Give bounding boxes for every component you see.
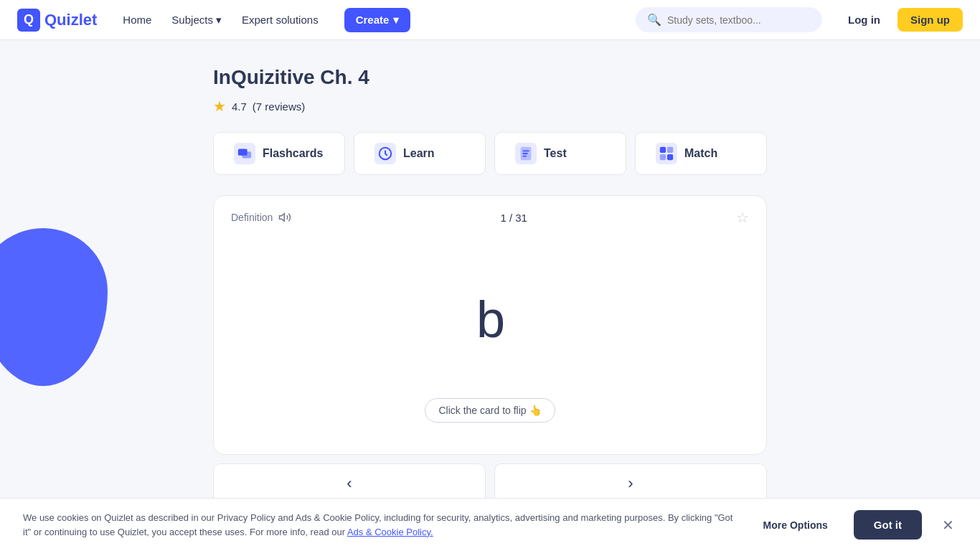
flip-hint: Click the card to flip 👆 — [425, 398, 555, 423]
learn-label: Learn — [403, 147, 435, 160]
chevron-down-icon: ▾ — [216, 14, 222, 27]
sound-button[interactable] — [278, 211, 291, 224]
rating-value: 4.7 — [232, 100, 247, 113]
logo[interactable]: Q Quizlet — [17, 9, 97, 32]
definition-label: Definition — [231, 212, 273, 223]
create-button[interactable]: Create ▾ — [344, 8, 411, 32]
svg-rect-4 — [522, 150, 529, 151]
svg-rect-9 — [660, 154, 666, 160]
star-icon: ★ — [213, 98, 226, 115]
test-icon — [515, 143, 537, 164]
mode-test[interactable]: Test — [494, 132, 626, 175]
page-title: InQuizitive Ch. 4 — [213, 66, 767, 89]
signup-button[interactable]: Sign up — [897, 8, 963, 32]
main-content: InQuizitive Ch. 4 ★ 4.7 (7 reviews) Flas… — [196, 40, 784, 551]
nav-subjects[interactable]: Subjects ▾ — [163, 8, 230, 32]
card-count: 1 / 31 — [500, 212, 527, 224]
match-label: Match — [684, 147, 717, 160]
flashcards-label: Flashcards — [263, 147, 323, 160]
test-label: Test — [544, 147, 567, 160]
flashcard[interactable]: Definition 1 / 31 ☆ b Click the card to … — [213, 195, 767, 455]
chevron-down-icon: ▾ — [393, 14, 399, 27]
flashcard-content: b — [476, 290, 504, 349]
svg-rect-5 — [522, 153, 527, 154]
decorative-shape — [0, 228, 108, 386]
svg-rect-7 — [660, 147, 666, 153]
cookie-policy-link[interactable]: Ads & Cookie Policy. — [347, 527, 433, 537]
nav-home[interactable]: Home — [114, 8, 160, 32]
flashcard-body[interactable]: b — [214, 226, 766, 398]
study-modes: Flashcards Learn Test Match — [213, 132, 767, 175]
close-icon: ✕ — [942, 517, 954, 533]
navbar: Q Quizlet Home Subjects ▾ Expert solutio… — [0, 0, 980, 40]
search-input[interactable] — [667, 14, 811, 26]
logo-icon: Q — [17, 9, 40, 32]
mode-match[interactable]: Match — [635, 132, 767, 175]
nav-expert[interactable]: Expert solutions — [233, 8, 327, 32]
rating-reviews: (7 reviews) — [253, 100, 305, 113]
flip-cursor-icon: 👆 — [529, 405, 542, 416]
rating-row: ★ 4.7 (7 reviews) — [213, 98, 767, 115]
logo-text: Quizlet — [44, 11, 97, 29]
login-button[interactable]: Log in — [839, 8, 889, 32]
learn-icon — [374, 143, 396, 164]
search-icon: 🔍 — [647, 13, 661, 27]
svg-rect-8 — [667, 147, 673, 153]
mode-flashcards[interactable]: Flashcards — [213, 132, 345, 175]
auth-buttons: Log in Sign up — [839, 8, 963, 32]
svg-marker-11 — [280, 214, 285, 222]
search-bar[interactable]: 🔍 — [636, 7, 822, 32]
svg-rect-1 — [242, 151, 251, 158]
mode-learn[interactable]: Learn — [354, 132, 486, 175]
flashcards-icon — [234, 143, 255, 164]
close-cookie-button[interactable]: ✕ — [939, 514, 957, 537]
prev-icon: ‹ — [347, 474, 352, 493]
flashcard-header: Definition 1 / 31 ☆ — [214, 196, 766, 226]
nav-links: Home Subjects ▾ Expert solutions — [114, 8, 326, 32]
svg-rect-6 — [522, 156, 527, 157]
next-icon: › — [628, 474, 633, 493]
favorite-button[interactable]: ☆ — [736, 209, 749, 226]
cookie-text: We use cookies on Quizlet as described i… — [23, 511, 738, 539]
svg-rect-10 — [667, 154, 673, 160]
flashcard-label: Definition — [231, 211, 291, 224]
more-options-button[interactable]: More Options — [755, 514, 837, 537]
match-icon — [656, 143, 677, 164]
got-it-button[interactable]: Got it — [854, 510, 922, 540]
cookie-banner: We use cookies on Quizlet as described i… — [0, 498, 980, 551]
